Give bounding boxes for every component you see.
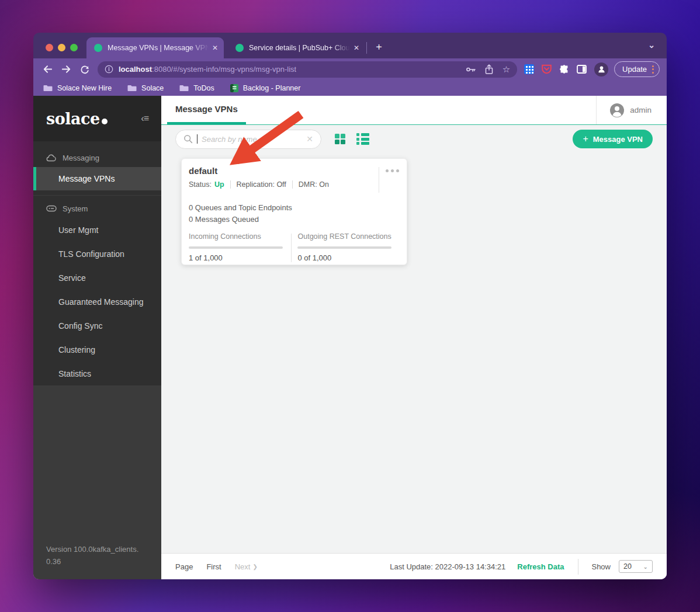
page-size-value: 20 bbox=[623, 562, 632, 571]
tab-favicon bbox=[94, 44, 102, 52]
card-menu-icon[interactable] bbox=[386, 169, 399, 172]
tab-close-icon[interactable]: ✕ bbox=[212, 44, 218, 52]
browser-toolbar: localhost :8080/#/system-info/msg-vpns/m… bbox=[33, 58, 667, 80]
tab-close-icon[interactable]: ✕ bbox=[354, 44, 359, 52]
nav-item-label: TLS Configuration bbox=[58, 249, 124, 259]
card-queue-stats: 0 Queues and Topic Endpoints 0 Messages … bbox=[182, 202, 407, 225]
sidebar-item-message-vpns[interactable]: Message VPNs bbox=[33, 167, 161, 190]
next-page-button[interactable]: Next ❯ bbox=[235, 562, 258, 571]
back-button[interactable] bbox=[40, 62, 54, 76]
chevron-right-icon: ❯ bbox=[252, 564, 257, 570]
browser-window: Message VPNs | Message VPN ✕ Service det… bbox=[33, 33, 667, 579]
browser-update-button[interactable]: Update bbox=[614, 61, 660, 77]
search-box[interactable]: ✕ bbox=[175, 130, 321, 149]
update-label: Update bbox=[622, 65, 647, 74]
tab-search-chevron-icon[interactable]: ⌄ bbox=[648, 40, 655, 50]
pocket-icon[interactable] bbox=[542, 64, 552, 74]
sidebar-item-config-sync[interactable]: Config Sync bbox=[33, 314, 161, 338]
close-window-button[interactable] bbox=[46, 44, 53, 51]
add-message-vpn-button[interactable]: + Message VPN bbox=[573, 130, 653, 148]
version-text: Version 100.0kafka_clients. 0.36 bbox=[46, 543, 148, 568]
browser-profile-avatar[interactable] bbox=[594, 62, 608, 76]
page-title: Message VPNs bbox=[175, 104, 238, 114]
search-clear-icon[interactable]: ✕ bbox=[306, 134, 313, 144]
bookmark-solace-new-hire[interactable]: Solace New Hire bbox=[43, 84, 112, 92]
progress-bar bbox=[297, 246, 391, 249]
page-content: solace ‹≡ Messaging Message VPNs System … bbox=[33, 96, 667, 579]
share-icon[interactable] bbox=[485, 64, 493, 74]
bookmark-todos[interactable]: ToDos bbox=[179, 84, 214, 92]
grid-view-icon[interactable] bbox=[335, 134, 345, 144]
minimize-window-button[interactable] bbox=[58, 44, 65, 51]
outgoing-rest-connections-metric: Outgoing REST Connections 0 of 1,000 bbox=[297, 232, 400, 262]
divider bbox=[230, 180, 231, 189]
extension-icons bbox=[524, 62, 608, 76]
chevron-down-icon: ⌄ bbox=[643, 564, 648, 570]
last-update-text: Last Update: 2022-09-13 14:34:21 bbox=[390, 562, 505, 571]
bookmark-solace[interactable]: Solace bbox=[127, 84, 164, 92]
site-info-icon[interactable] bbox=[105, 65, 113, 74]
action-row: ✕ + Message VPN bbox=[161, 125, 667, 153]
vpn-name[interactable]: default bbox=[189, 166, 217, 176]
extensions-puzzle-icon[interactable] bbox=[559, 64, 569, 74]
user-avatar-icon bbox=[609, 103, 625, 118]
nav-item-label: Service bbox=[58, 273, 86, 283]
card-status-row: Status: Up Replication: Off DMR: On bbox=[182, 180, 407, 189]
pagination-footer: Page First Next ❯ Last Update: 2022-09-1… bbox=[161, 553, 667, 579]
nav-section-messaging: Messaging bbox=[33, 148, 161, 167]
bookmark-label: Backlog - Planner bbox=[243, 84, 301, 92]
username: admin bbox=[630, 106, 652, 114]
page-label: Page bbox=[175, 562, 193, 571]
sidebar-logo-row: solace ‹≡ bbox=[33, 96, 161, 141]
sidebar-collapse-icon[interactable]: ‹≡ bbox=[141, 113, 148, 124]
browser-menu-icon[interactable] bbox=[652, 65, 654, 74]
card-header-divider bbox=[379, 167, 379, 193]
main-header: Message VPNs admin bbox=[161, 96, 667, 125]
tab-message-vpns-page[interactable]: Message VPNs bbox=[167, 96, 246, 124]
metric-label: Incoming Connections bbox=[189, 232, 291, 241]
password-key-icon[interactable] bbox=[466, 67, 476, 72]
side-panel-icon[interactable] bbox=[577, 65, 587, 74]
list-view-icon[interactable] bbox=[356, 133, 369, 145]
metric-label: Outgoing REST Connections bbox=[297, 232, 400, 241]
bookmark-backlog-planner[interactable]: Backlog - Planner bbox=[230, 84, 301, 92]
tab-separator bbox=[366, 42, 367, 54]
messages-line: 0 Messages Queued bbox=[189, 214, 400, 225]
folder-icon bbox=[127, 84, 137, 92]
nav-section-system: System bbox=[33, 199, 161, 218]
footer-divider bbox=[578, 559, 578, 575]
apps-grid-icon[interactable] bbox=[524, 64, 534, 74]
new-tab-button[interactable]: ＋ bbox=[374, 40, 384, 53]
tab-service-details[interactable]: Service details | PubSub+ Clou ✕ bbox=[228, 37, 365, 58]
reload-button[interactable] bbox=[78, 62, 92, 76]
search-input[interactable] bbox=[202, 135, 302, 144]
tab-message-vpns[interactable]: Message VPNs | Message VPN ✕ bbox=[86, 37, 224, 58]
tab-title: Message VPNs | Message VPN bbox=[108, 44, 209, 52]
bookmark-star-icon[interactable]: ☆ bbox=[503, 65, 510, 74]
status-label: Status: bbox=[189, 180, 212, 189]
zoom-window-button[interactable] bbox=[70, 44, 78, 51]
metric-divider bbox=[291, 234, 292, 262]
sidebar-nav: Messaging Message VPNs System User Mgmt … bbox=[33, 141, 161, 385]
sidebar-item-tls-configuration[interactable]: TLS Configuration bbox=[33, 242, 161, 266]
system-icon bbox=[46, 205, 57, 212]
vpn-card-default[interactable]: default Status: Up Replication: Off DMR:… bbox=[181, 158, 407, 265]
sidebar-item-guaranteed-messaging[interactable]: Guaranteed Messaging bbox=[33, 290, 161, 314]
solace-logo-dot bbox=[102, 119, 108, 124]
window-controls bbox=[46, 44, 78, 51]
folder-icon bbox=[179, 84, 189, 92]
sidebar-item-user-mgmt[interactable]: User Mgmt bbox=[33, 218, 161, 242]
sidebar-item-service[interactable]: Service bbox=[33, 266, 161, 290]
first-page-button[interactable]: First bbox=[206, 562, 221, 571]
incoming-connections-metric: Incoming Connections 1 of 1,000 bbox=[189, 232, 291, 262]
refresh-data-button[interactable]: Refresh Data bbox=[517, 562, 564, 571]
user-menu[interactable]: admin bbox=[596, 96, 667, 124]
sidebar-item-statistics[interactable]: Statistics bbox=[33, 361, 161, 385]
sidebar-item-clustering[interactable]: Clustering bbox=[33, 338, 161, 361]
page-size-select[interactable]: 20 ⌄ bbox=[619, 560, 653, 573]
search-icon bbox=[183, 134, 193, 144]
forward-button[interactable] bbox=[59, 62, 73, 76]
nav-item-label: Clustering bbox=[58, 345, 95, 354]
progress-bar bbox=[189, 246, 283, 249]
address-bar[interactable]: localhost :8080/#/system-info/msg-vpns/m… bbox=[98, 61, 517, 78]
